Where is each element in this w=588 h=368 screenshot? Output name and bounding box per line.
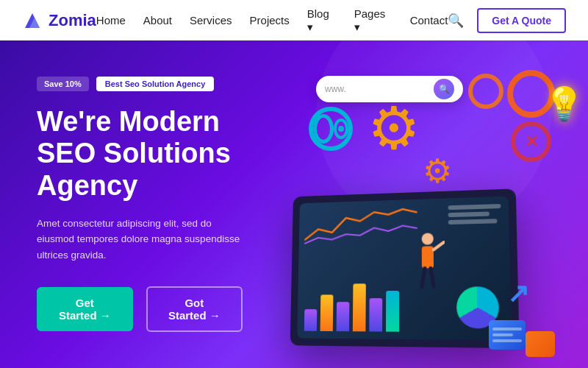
target-icon	[309, 107, 353, 151]
box-blue	[489, 320, 526, 350]
search-button[interactable]: 🔍	[448, 13, 464, 29]
bar-5	[369, 298, 382, 331]
hero-description: Amet consectetur adipiscing elit, sed do…	[37, 216, 243, 263]
monitor-line-2	[448, 212, 490, 218]
nav-link-home[interactable]: Home	[96, 14, 126, 26]
nav-item-contact[interactable]: Contact	[410, 14, 448, 27]
x-mark-icon: ✕	[511, 121, 551, 162]
logo-icon	[22, 10, 43, 31]
monitor-text-lines	[448, 204, 501, 224]
nav-link-projects[interactable]: Projects	[250, 14, 290, 26]
hero-right: www. 🔍 ✕ 💡 ⚙ ⚙ 🪴	[279, 40, 588, 368]
bar-3	[337, 302, 350, 331]
nav-link-services[interactable]: Services	[190, 14, 232, 26]
nav-link-blog[interactable]: Blog ▾	[307, 7, 329, 33]
nav-right: 🔍 Get A Quote	[448, 8, 566, 33]
nav-item-services[interactable]: Services	[190, 14, 232, 27]
gear-small-icon: ⚙	[423, 155, 452, 188]
bar-chart	[304, 283, 399, 332]
nav-item-pages[interactable]: Pages ▾	[354, 7, 392, 34]
svg-line-6	[431, 268, 434, 286]
hero-left: Save 10% Best Seo Solution Agency We're …	[0, 77, 279, 333]
nav-item-projects[interactable]: Projects	[250, 14, 290, 27]
svg-line-5	[422, 269, 425, 287]
bar-4	[353, 283, 366, 331]
monitor-line-3	[448, 219, 498, 224]
nav-link-contact[interactable]: Contact	[410, 14, 448, 26]
monitor-screen	[297, 197, 512, 341]
search-icon: 🔍	[448, 13, 464, 28]
nav-link-pages[interactable]: Pages ▾	[354, 7, 386, 33]
badge-save: Save 10%	[37, 77, 89, 91]
lightbulb-icon: 💡	[544, 85, 584, 123]
bar-2	[320, 294, 334, 331]
orange-ring-2	[468, 74, 503, 109]
navbar: Zomia Home About Services Projects Blog …	[0, 0, 588, 40]
quote-button[interactable]: Get A Quote	[477, 8, 566, 33]
monitor-line-1	[448, 204, 501, 210]
svg-line-4	[434, 242, 444, 250]
hero-buttons: Get Started → Got Started →	[37, 286, 243, 332]
nav-item-about[interactable]: About	[143, 14, 172, 27]
nav-item-home[interactable]: Home	[96, 14, 126, 27]
get-started-button-secondary[interactable]: Got Started →	[146, 286, 243, 332]
nav-link-about[interactable]: About	[143, 14, 172, 26]
monitor-illustration	[290, 188, 520, 348]
get-started-button-primary[interactable]: Get Started →	[37, 287, 133, 331]
search-bar-icon: 🔍	[434, 79, 454, 99]
svg-rect-3	[422, 246, 434, 268]
hero-section: Save 10% Best Seo Solution Agency We're …	[0, 40, 588, 368]
person-figure	[412, 231, 445, 298]
blue-arrow-icon: ↗	[507, 278, 529, 309]
hero-badges: Save 10% Best Seo Solution Agency	[37, 77, 243, 91]
svg-point-2	[422, 233, 434, 244]
line-chart	[304, 205, 417, 247]
bar-1	[304, 309, 318, 331]
logo-text: Zomia	[49, 11, 96, 30]
hero-title: We're Modern SEO Solutions Agency	[37, 106, 243, 202]
nav-item-blog[interactable]: Blog ▾	[307, 7, 337, 34]
gear-large-icon: ⚙	[368, 99, 420, 158]
bar-6	[386, 291, 399, 332]
box-orange	[526, 331, 555, 357]
url-text: www.	[325, 84, 346, 94]
badge-seo: Best Seo Solution Agency	[96, 77, 215, 91]
logo[interactable]: Zomia	[22, 10, 96, 31]
nav-links: Home About Services Projects Blog ▾ Page…	[96, 7, 448, 34]
